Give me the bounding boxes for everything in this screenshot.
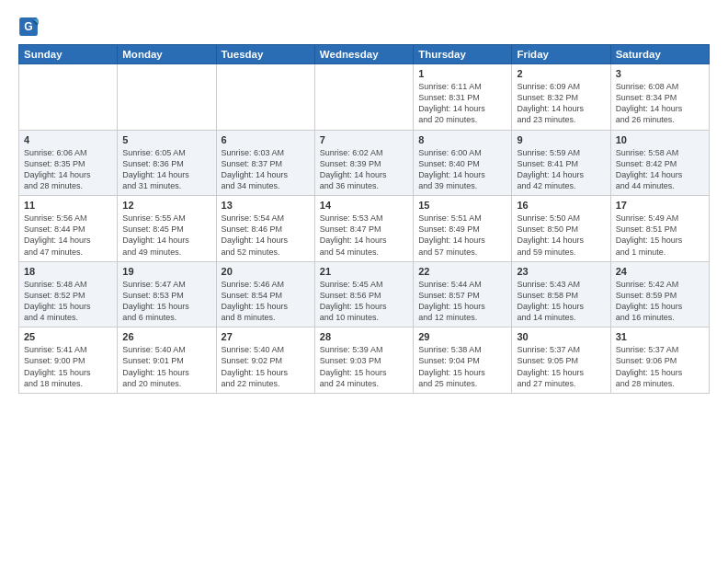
day-info: Sunrise: 5:39 AM Sunset: 9:03 PM Dayligh… xyxy=(320,344,408,389)
day-info: Sunrise: 5:37 AM Sunset: 9:06 PM Dayligh… xyxy=(616,344,704,389)
week-row-5: 25Sunrise: 5:41 AM Sunset: 9:00 PM Dayli… xyxy=(19,327,710,394)
day-number: 11 xyxy=(24,200,112,211)
day-number: 5 xyxy=(122,134,210,145)
day-cell: 3Sunrise: 6:08 AM Sunset: 8:34 PM Daylig… xyxy=(610,64,709,131)
header-row: SundayMondayTuesdayWednesdayThursdayFrid… xyxy=(19,45,710,64)
day-info: Sunrise: 6:03 AM Sunset: 8:37 PM Dayligh… xyxy=(222,147,310,192)
day-number: 20 xyxy=(222,266,310,277)
day-info: Sunrise: 5:47 AM Sunset: 8:53 PM Dayligh… xyxy=(122,279,210,324)
day-number: 10 xyxy=(616,134,704,145)
day-cell: 20Sunrise: 5:46 AM Sunset: 8:54 PM Dayli… xyxy=(216,261,314,327)
day-cell: 1Sunrise: 6:11 AM Sunset: 8:31 PM Daylig… xyxy=(414,64,512,131)
day-cell: 14Sunrise: 5:53 AM Sunset: 8:47 PM Dayli… xyxy=(314,196,413,262)
day-number: 6 xyxy=(222,134,310,145)
day-cell: 18Sunrise: 5:48 AM Sunset: 8:52 PM Dayli… xyxy=(19,261,118,327)
day-cell: 8Sunrise: 6:00 AM Sunset: 8:40 PM Daylig… xyxy=(414,130,512,196)
day-number: 29 xyxy=(418,331,506,342)
day-number: 9 xyxy=(517,134,605,145)
day-cell: 26Sunrise: 5:40 AM Sunset: 9:01 PM Dayli… xyxy=(118,327,216,394)
day-cell xyxy=(314,64,413,131)
week-row-3: 11Sunrise: 5:56 AM Sunset: 8:44 PM Dayli… xyxy=(19,196,710,262)
day-cell xyxy=(216,64,314,131)
day-number: 28 xyxy=(320,331,408,342)
day-number: 21 xyxy=(320,266,408,277)
day-cell: 30Sunrise: 5:37 AM Sunset: 9:05 PM Dayli… xyxy=(512,327,610,394)
day-number: 17 xyxy=(616,200,704,211)
day-info: Sunrise: 5:54 AM Sunset: 8:46 PM Dayligh… xyxy=(222,213,310,258)
day-cell: 24Sunrise: 5:42 AM Sunset: 8:59 PM Dayli… xyxy=(610,261,709,327)
header: G xyxy=(18,17,710,37)
day-number: 31 xyxy=(616,331,704,342)
day-info: Sunrise: 6:05 AM Sunset: 8:36 PM Dayligh… xyxy=(122,147,210,192)
day-info: Sunrise: 5:38 AM Sunset: 9:04 PM Dayligh… xyxy=(418,344,506,389)
page: G SundayMondayTuesdayWednesdayThursdayFr… xyxy=(0,0,728,563)
calendar-header: SundayMondayTuesdayWednesdayThursdayFrid… xyxy=(19,45,710,64)
day-info: Sunrise: 5:53 AM Sunset: 8:47 PM Dayligh… xyxy=(320,213,408,258)
day-cell xyxy=(118,64,216,131)
day-cell: 21Sunrise: 5:45 AM Sunset: 8:56 PM Dayli… xyxy=(314,261,413,327)
day-info: Sunrise: 5:51 AM Sunset: 8:49 PM Dayligh… xyxy=(418,213,506,258)
day-info: Sunrise: 5:45 AM Sunset: 8:56 PM Dayligh… xyxy=(320,279,408,324)
day-cell: 10Sunrise: 5:58 AM Sunset: 8:42 PM Dayli… xyxy=(610,130,709,196)
day-number: 16 xyxy=(517,200,605,211)
day-cell: 6Sunrise: 6:03 AM Sunset: 8:37 PM Daylig… xyxy=(216,130,314,196)
day-cell: 22Sunrise: 5:44 AM Sunset: 8:57 PM Dayli… xyxy=(414,261,512,327)
col-header-tuesday: Tuesday xyxy=(216,45,314,64)
day-number: 2 xyxy=(517,68,605,79)
day-info: Sunrise: 5:42 AM Sunset: 8:59 PM Dayligh… xyxy=(616,279,704,324)
col-header-wednesday: Wednesday xyxy=(314,45,413,64)
col-header-monday: Monday xyxy=(118,45,216,64)
logo-icon: G xyxy=(18,17,39,37)
day-cell: 13Sunrise: 5:54 AM Sunset: 8:46 PM Dayli… xyxy=(216,196,314,262)
logo: G xyxy=(18,17,42,37)
day-info: Sunrise: 5:49 AM Sunset: 8:51 PM Dayligh… xyxy=(616,213,704,258)
day-info: Sunrise: 6:11 AM Sunset: 8:31 PM Dayligh… xyxy=(418,81,506,126)
day-cell: 17Sunrise: 5:49 AM Sunset: 8:51 PM Dayli… xyxy=(610,196,709,262)
day-number: 13 xyxy=(222,200,310,211)
day-info: Sunrise: 5:58 AM Sunset: 8:42 PM Dayligh… xyxy=(616,147,704,192)
day-cell: 16Sunrise: 5:50 AM Sunset: 8:50 PM Dayli… xyxy=(512,196,610,262)
day-number: 14 xyxy=(320,200,408,211)
day-cell: 2Sunrise: 6:09 AM Sunset: 8:32 PM Daylig… xyxy=(512,64,610,131)
col-header-sunday: Sunday xyxy=(19,45,118,64)
day-cell: 12Sunrise: 5:55 AM Sunset: 8:45 PM Dayli… xyxy=(118,196,216,262)
day-info: Sunrise: 5:40 AM Sunset: 9:02 PM Dayligh… xyxy=(222,344,310,389)
day-cell xyxy=(19,64,118,131)
col-header-thursday: Thursday xyxy=(414,45,512,64)
day-cell: 29Sunrise: 5:38 AM Sunset: 9:04 PM Dayli… xyxy=(414,327,512,394)
day-number: 4 xyxy=(24,134,112,145)
day-number: 23 xyxy=(517,266,605,277)
day-number: 24 xyxy=(616,266,704,277)
day-info: Sunrise: 6:08 AM Sunset: 8:34 PM Dayligh… xyxy=(616,81,704,126)
day-info: Sunrise: 5:59 AM Sunset: 8:41 PM Dayligh… xyxy=(517,147,605,192)
day-cell: 28Sunrise: 5:39 AM Sunset: 9:03 PM Dayli… xyxy=(314,327,413,394)
day-number: 27 xyxy=(222,331,310,342)
day-cell: 31Sunrise: 5:37 AM Sunset: 9:06 PM Dayli… xyxy=(610,327,709,394)
day-number: 19 xyxy=(122,266,210,277)
day-info: Sunrise: 5:48 AM Sunset: 8:52 PM Dayligh… xyxy=(24,279,112,324)
day-number: 22 xyxy=(418,266,506,277)
day-info: Sunrise: 5:46 AM Sunset: 8:54 PM Dayligh… xyxy=(222,279,310,324)
day-info: Sunrise: 5:37 AM Sunset: 9:05 PM Dayligh… xyxy=(517,344,605,389)
day-cell: 25Sunrise: 5:41 AM Sunset: 9:00 PM Dayli… xyxy=(19,327,118,394)
day-info: Sunrise: 5:41 AM Sunset: 9:00 PM Dayligh… xyxy=(24,344,112,389)
day-cell: 19Sunrise: 5:47 AM Sunset: 8:53 PM Dayli… xyxy=(118,261,216,327)
day-number: 30 xyxy=(517,331,605,342)
day-cell: 11Sunrise: 5:56 AM Sunset: 8:44 PM Dayli… xyxy=(19,196,118,262)
day-cell: 27Sunrise: 5:40 AM Sunset: 9:02 PM Dayli… xyxy=(216,327,314,394)
day-number: 1 xyxy=(418,68,506,79)
col-header-saturday: Saturday xyxy=(610,45,709,64)
day-cell: 15Sunrise: 5:51 AM Sunset: 8:49 PM Dayli… xyxy=(414,196,512,262)
day-cell: 4Sunrise: 6:06 AM Sunset: 8:35 PM Daylig… xyxy=(19,130,118,196)
day-info: Sunrise: 6:06 AM Sunset: 8:35 PM Dayligh… xyxy=(24,147,112,192)
calendar-body: 1Sunrise: 6:11 AM Sunset: 8:31 PM Daylig… xyxy=(19,64,710,394)
day-cell: 23Sunrise: 5:43 AM Sunset: 8:58 PM Dayli… xyxy=(512,261,610,327)
day-info: Sunrise: 5:44 AM Sunset: 8:57 PM Dayligh… xyxy=(418,279,506,324)
day-info: Sunrise: 5:55 AM Sunset: 8:45 PM Dayligh… xyxy=(122,213,210,258)
day-number: 8 xyxy=(418,134,506,145)
day-info: Sunrise: 5:56 AM Sunset: 8:44 PM Dayligh… xyxy=(24,213,112,258)
day-number: 3 xyxy=(616,68,704,79)
day-number: 7 xyxy=(320,134,408,145)
week-row-1: 1Sunrise: 6:11 AM Sunset: 8:31 PM Daylig… xyxy=(19,64,710,131)
svg-text:G: G xyxy=(24,20,32,33)
